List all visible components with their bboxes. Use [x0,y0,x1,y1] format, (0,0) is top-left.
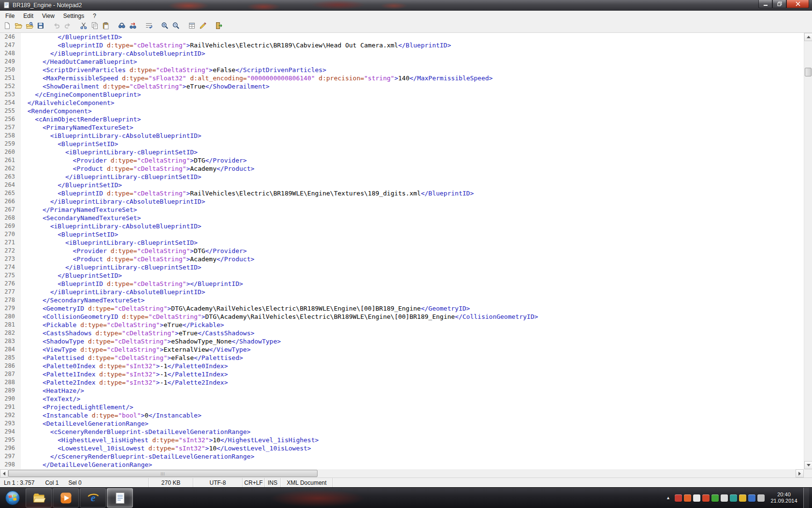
code-line[interactable]: 274 </iBlueprintLibrary-cBlueprintSetID> [0,263,804,271]
code-line[interactable]: 257 <PrimaryNamedTextureSet> [0,123,804,132]
code-line[interactable]: 253 </cEngineComponentBlueprint> [0,90,804,99]
horizontal-scrollbar-thumb[interactable]: ||| [8,470,318,477]
code-line[interactable]: 296 <LowestLevel_10isLowest d:type="sInt… [0,444,804,452]
code-line[interactable]: 279 <GeometryID d:type="cDeltaString">DT… [0,304,804,313]
code-line[interactable]: 251 <MaxPermissibleSpeed d:type="sFloat3… [0,74,804,82]
code-line[interactable]: 280 <CollisionGeometryID d:type="cDeltaS… [0,313,804,321]
code-line[interactable]: 295 <HighestLevel_1isHighest d:type="sIn… [0,436,804,444]
code-line[interactable]: 256 <cAnimObjectRenderBlueprint> [0,115,804,123]
code-area[interactable]: 246 </BlueprintSetID>247 <BlueprintID d:… [0,33,804,469]
code-line[interactable]: 287 <Palette1Index d:type="sInt32">-1</P… [0,370,804,378]
taskbar-internet-explorer-button[interactable]: e [80,488,106,508]
code-line[interactable]: 283 <ShadowType d:type="cDeltaString">eS… [0,337,804,345]
tray-icon-6[interactable] [721,494,728,502]
restore-button[interactable] [772,0,786,8]
paste-button[interactable] [100,21,111,32]
copy-button[interactable] [89,21,100,32]
code-line[interactable]: 269 <iBlueprintLibrary-cAbsoluteBlueprin… [0,222,804,230]
code-line[interactable]: 292 <Instancable d:type="bool">0</Instan… [0,411,804,419]
code-line[interactable]: 248 </iBlueprintLibrary-cAbsoluteBluepri… [0,49,804,58]
code-line[interactable]: 259 <BlueprintSetID> [0,140,804,148]
code-line[interactable]: 264 </BlueprintSetID> [0,181,804,189]
code-line[interactable]: 272 <Provider d:type="cDeltaString">DTG<… [0,247,804,255]
tray-icon-7[interactable] [730,494,737,502]
code-line[interactable]: 291 <ProjectedLightElement/> [0,403,804,411]
taskbar-notepad2-button[interactable] [107,488,133,508]
code-line[interactable]: 255 <RenderComponent> [0,107,804,115]
code-line[interactable]: 246 </BlueprintSetID> [0,33,804,41]
tray-icon-10[interactable] [757,494,765,502]
replace-button[interactable] [127,21,138,32]
code-line[interactable]: 294 <cSceneryRenderBlueprint-sDetailLeve… [0,428,804,436]
taskbar-media-player-button[interactable] [53,488,79,508]
code-line[interactable]: 290 <TexText/> [0,395,804,403]
notepad2-icon[interactable] [3,1,10,9]
code-line[interactable]: 276 <BlueprintID d:type="cDeltaString"><… [0,280,804,288]
menu-file[interactable]: File [1,11,19,21]
save-button[interactable] [35,21,46,32]
tray-icon-9[interactable] [748,494,755,502]
tray-icon-4[interactable] [702,494,710,502]
code-line[interactable]: 247 <BlueprintID d:type="cDeltaString">R… [0,41,804,49]
tray-icon-8[interactable] [739,494,746,502]
schemes-button[interactable] [186,21,197,32]
wordwrap-button[interactable] [143,21,154,32]
menu-settings[interactable]: Settings [59,11,88,21]
tray-icon-1[interactable] [675,494,682,502]
status-insert-mode[interactable]: INS [265,478,281,487]
code-line[interactable]: 265 <BlueprintID d:type="cDeltaString">R… [0,189,804,197]
code-line[interactable]: 268 <SecondaryNamedTextureSet> [0,214,804,222]
zoom-out-button[interactable] [170,21,181,32]
code-line[interactable]: 263 </iBlueprintLibrary-cBlueprintSetID> [0,173,804,181]
taskbar-clock[interactable]: 20:40 21.09.2014 [767,492,801,504]
code-line[interactable]: 252 <ShowDerailment d:type="cDeltaString… [0,82,804,90]
code-line[interactable]: 285 <Palettised d:type="cDeltaString">eF… [0,354,804,362]
customize-schemes-button[interactable] [197,21,208,32]
code-line[interactable]: 250 <ScriptDrivenParticles d:type="cDelt… [0,66,804,74]
code-line[interactable]: 273 <Product d:type="cDeltaString">Acade… [0,255,804,263]
status-file-size[interactable]: 270 KB [149,478,193,487]
code-line[interactable]: 289 <HeatHaze/> [0,387,804,395]
minimize-button[interactable] [758,0,772,8]
new-button[interactable] [1,21,13,32]
open-button[interactable] [13,21,24,32]
status-encoding[interactable]: UTF-8 [193,478,243,487]
code-line[interactable]: 271 <iBlueprintLibrary-cBlueprintSetID> [0,239,804,247]
horizontal-scrollbar-track[interactable]: ||| [8,469,796,478]
scroll-right-button[interactable] [796,469,804,478]
code-line[interactable]: 277 </iBlueprintLibrary-cAbsoluteBluepri… [0,288,804,296]
scroll-left-button[interactable] [0,469,8,478]
tray-icon-2[interactable] [684,494,691,502]
show-desktop-button[interactable] [803,488,809,508]
scroll-up-button[interactable] [804,33,812,41]
find-button[interactable] [116,21,127,32]
code-line[interactable]: 260 <iBlueprintLibrary-cBlueprintSetID> [0,148,804,156]
code-line[interactable]: 261 <Provider d:type="cDeltaString">DTG<… [0,156,804,164]
code-line[interactable]: 284 <ViewType d:type="cDeltaString">Exte… [0,345,804,354]
status-caret-position[interactable]: Ln 1 : 3.757 Col 1 Sel 0 [0,478,149,487]
code-line[interactable]: 297 </cSceneryRenderBlueprint-sDetailLev… [0,452,804,461]
code-line[interactable]: 267 </PrimaryNamedTextureSet> [0,206,804,214]
menu-view[interactable]: View [38,11,59,21]
scroll-down-button[interactable] [804,461,812,469]
tray-icon-5[interactable] [711,494,719,502]
browse-button[interactable] [24,21,35,32]
code-line[interactable]: 298 </DetailLevelGenerationRange> [0,461,804,469]
status-eol-mode[interactable]: CR+LF [243,478,265,487]
horizontal-scrollbar[interactable]: ||| [0,469,812,478]
code-line[interactable]: 286 <Palette0Index d:type="sInt32">-1</P… [0,362,804,370]
code-line[interactable]: 270 <BlueprintSetID> [0,230,804,239]
menu-help[interactable]: ? [88,11,101,21]
code-line[interactable]: 282 <CastsShadows d:type="cDeltaString">… [0,329,804,337]
taskbar-windows-explorer-button[interactable] [26,488,52,508]
code-line[interactable]: 288 <Palette2Index d:type="sInt32">-1</P… [0,378,804,387]
menu-edit[interactable]: Edit [19,11,38,21]
code-line[interactable]: 275 </BlueprintSetID> [0,271,804,280]
code-line[interactable]: 293 <DetailLevelGenerationRange> [0,419,804,428]
title-bar[interactable]: BR189_Engine - Notepad2 [0,0,812,11]
cut-button[interactable] [78,21,89,32]
tray-icon-3[interactable] [693,494,700,502]
code-line[interactable]: 266 </iBlueprintLibrary-cAbsoluteBluepri… [0,197,804,206]
code-line[interactable]: 278 </SecondaryNamedTextureSet> [0,296,804,304]
code-line[interactable]: 281 <Pickable d:type="cDeltaString">eTru… [0,321,804,329]
